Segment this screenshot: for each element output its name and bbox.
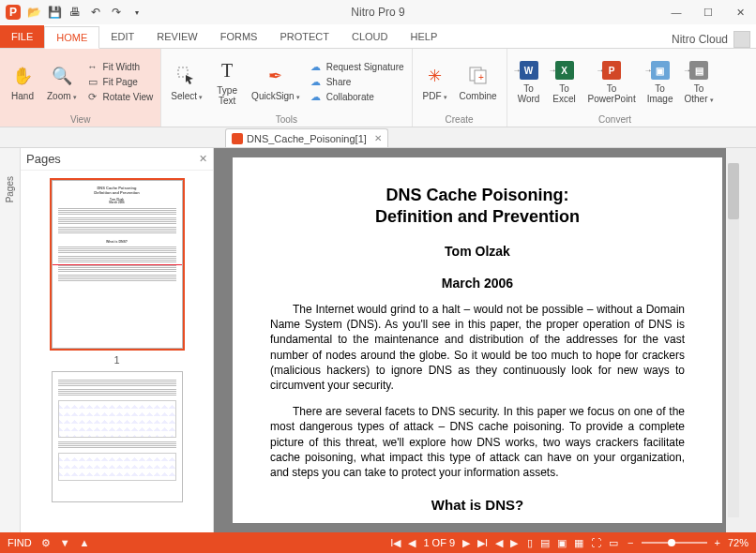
close-tab-icon[interactable]: ✕ xyxy=(374,133,382,143)
open-icon[interactable]: 📂 xyxy=(26,5,41,20)
combine-button[interactable]: + Combine xyxy=(456,61,501,103)
fit-width-label: Fit Width xyxy=(103,62,140,72)
rotate-view-button[interactable]: ⟳Rotate View xyxy=(86,90,154,103)
fit-width-button[interactable]: ↔Fit Width xyxy=(86,60,154,73)
tab-forms[interactable]: FORMS xyxy=(209,25,269,48)
doc-title-1: DNS Cache Poisoning: xyxy=(270,186,685,205)
fullscreen-icon[interactable]: ⛶ xyxy=(591,537,601,548)
cloud-collab-icon: ☁ xyxy=(310,90,323,103)
last-page-icon[interactable]: ▶I xyxy=(477,537,488,549)
combine-icon: + xyxy=(465,63,491,89)
document-tab[interactable]: DNS_Cache_Poisoning[1] ✕ xyxy=(225,128,388,147)
next-page-icon[interactable]: ▶ xyxy=(462,537,470,549)
tab-review[interactable]: REVIEW xyxy=(145,25,208,48)
page-thumbnail-1[interactable]: DNS Cache PoisoningDefinition and Preven… xyxy=(52,180,183,349)
vertical-scrollbar[interactable] xyxy=(726,148,741,532)
window-title: Nitro Pro 9 xyxy=(351,6,404,19)
facing-icon[interactable]: ▣ xyxy=(557,537,567,549)
viewer-area: DNS Cache Poisoning: Definition and Prev… xyxy=(214,148,756,532)
zoom-slider[interactable] xyxy=(642,542,707,544)
document-viewer[interactable]: DNS Cache Poisoning: Definition and Prev… xyxy=(214,148,741,532)
qat-dropdown-icon[interactable]: ▾ xyxy=(129,5,144,20)
minimize-button[interactable]: — xyxy=(660,0,692,24)
to-other-label: To Other xyxy=(685,83,714,104)
collaborate-button[interactable]: ☁Collaborate xyxy=(310,90,404,103)
select-button[interactable]: Select xyxy=(167,61,206,103)
down-triangle-icon[interactable]: ▼ xyxy=(60,537,70,548)
type-text-icon: T xyxy=(214,57,240,83)
tools-group-label: Tools xyxy=(161,114,411,127)
avatar[interactable] xyxy=(733,31,750,48)
maximize-button[interactable]: ☐ xyxy=(692,0,724,24)
page-content: DNS Cache Poisoning: Definition and Prev… xyxy=(233,157,722,523)
nitro-cloud-link[interactable]: Nitro Cloud xyxy=(672,33,728,46)
page-thumbnail-2[interactable] xyxy=(52,371,183,502)
zoom-value[interactable]: 72% xyxy=(728,537,748,548)
single-page-icon[interactable]: ▯ xyxy=(527,537,533,549)
find-button[interactable]: FIND xyxy=(8,537,32,548)
presentation-icon[interactable]: ▭ xyxy=(609,537,618,549)
side-rail[interactable]: Pages xyxy=(0,148,21,532)
quicksign-label: QuickSign xyxy=(251,91,300,101)
up-triangle-icon[interactable]: ▲ xyxy=(80,537,90,548)
to-image-label: To Image xyxy=(647,83,673,104)
file-tab[interactable]: FILE xyxy=(0,25,44,48)
undo-icon[interactable]: ↶ xyxy=(88,5,103,20)
hand-tool-button[interactable]: ✋ Hand xyxy=(6,61,39,103)
doc-title-2: Definition and Prevention xyxy=(270,207,685,227)
ribbon-group-tools: Select T Type Text ✒ QuickSign ☁Request … xyxy=(161,49,412,127)
doc-date: March 2006 xyxy=(270,276,685,291)
to-other-button[interactable]: →▤To Other xyxy=(681,57,718,106)
to-image-button[interactable]: →▣To Image xyxy=(643,57,677,106)
to-powerpoint-label: To PowerPoint xyxy=(588,83,636,104)
close-button[interactable]: ✕ xyxy=(724,0,756,24)
request-signature-button[interactable]: ☁Request Signature xyxy=(310,60,404,73)
to-powerpoint-button[interactable]: →PTo PowerPoint xyxy=(584,57,640,106)
type-text-label: Type Text xyxy=(217,85,237,106)
tab-edit[interactable]: EDIT xyxy=(99,25,145,48)
window-controls: — ☐ ✕ xyxy=(660,0,756,24)
redo-icon[interactable]: ↷ xyxy=(109,5,124,20)
save-icon[interactable]: 💾 xyxy=(47,5,62,20)
gear-icon[interactable]: ⚙ xyxy=(41,537,51,549)
tab-cloud[interactable]: CLOUD xyxy=(340,25,400,48)
fit-page-icon: ▭ xyxy=(86,75,99,88)
zoom-out-icon[interactable]: − xyxy=(627,537,633,548)
first-page-icon[interactable]: I◀ xyxy=(390,537,401,549)
pdf-icon: ✳ xyxy=(422,63,448,89)
to-word-button[interactable]: →WTo Word xyxy=(513,57,545,106)
continuous-icon[interactable]: ▤ xyxy=(540,537,550,549)
to-excel-button[interactable]: →XTo Excel xyxy=(549,57,581,106)
tab-protect[interactable]: PROTECT xyxy=(268,25,340,48)
thumbnails-list[interactable]: DNS Cache PoisoningDefinition and Preven… xyxy=(21,171,213,532)
page-indicator[interactable]: 1 OF 9 xyxy=(423,537,455,548)
facing-continuous-icon[interactable]: ▦ xyxy=(574,537,583,549)
select-label: Select xyxy=(171,91,203,101)
prev-page-icon[interactable]: ◀ xyxy=(408,537,416,549)
pdf-file-icon xyxy=(232,133,243,144)
fit-page-button[interactable]: ▭Fit Page xyxy=(86,75,154,88)
share-label: Share xyxy=(326,77,352,87)
share-button[interactable]: ☁Share xyxy=(310,75,404,88)
document-tab-label: DNS_Cache_Poisoning[1] xyxy=(247,133,367,144)
type-text-button[interactable]: T Type Text xyxy=(210,55,244,108)
print-icon[interactable]: 🖶 xyxy=(68,5,83,20)
collaborate-label: Collaborate xyxy=(326,92,374,102)
pages-panel-title: Pages xyxy=(26,152,61,166)
pages-panel-close-icon[interactable]: ✕ xyxy=(199,153,207,165)
cloud-sign-icon: ☁ xyxy=(310,60,323,73)
zoom-button[interactable]: 🔍 Zoom xyxy=(43,61,81,103)
tab-help[interactable]: HELP xyxy=(400,25,449,48)
doc-para-2: There are several facets to DNS security… xyxy=(270,404,685,480)
quicksign-button[interactable]: ✒ QuickSign xyxy=(248,61,304,103)
word-icon: →W xyxy=(520,61,538,80)
back-icon[interactable]: ◀ xyxy=(495,537,503,549)
zoom-in-icon[interactable]: + xyxy=(715,537,720,548)
fit-page-label: Fit Page xyxy=(103,77,138,87)
quick-access-toolbar: P 📂 💾 🖶 ↶ ↷ ▾ xyxy=(0,5,144,20)
forward-icon[interactable]: ▶ xyxy=(510,537,518,549)
ribbon-tabs: FILE HOME EDIT REVIEW FORMS PROTECT CLOU… xyxy=(0,24,756,49)
tab-home[interactable]: HOME xyxy=(44,26,99,49)
to-word-label: To Word xyxy=(518,83,540,104)
pdf-button[interactable]: ✳ PDF xyxy=(418,61,452,103)
